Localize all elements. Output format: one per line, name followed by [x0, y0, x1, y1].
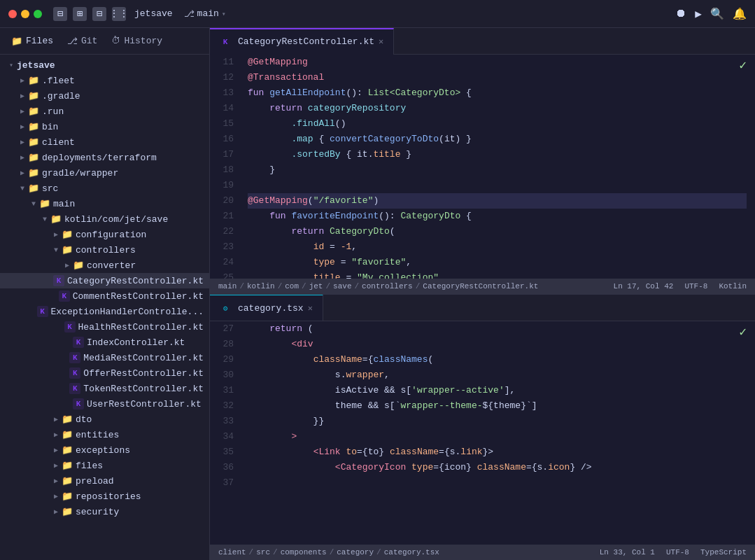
sidebar-right-toggle-icon[interactable]: ⊟ — [92, 7, 106, 21]
bottom-lang: TypeScript — [700, 548, 747, 556]
panel-toggle-icon[interactable]: ⊞ — [73, 7, 87, 21]
folder-icon: 📁 — [28, 106, 39, 117]
close-button[interactable] — [8, 10, 17, 18]
top-ln-col: Ln 17, Col 42 — [614, 282, 674, 290]
code-line: className={classNames( — [248, 352, 747, 368]
code-line: @Transactional — [248, 70, 747, 85]
tree-item[interactable]: K ExceptionHandlerControlle... — [0, 304, 209, 319]
tree-item[interactable]: ▶ 📁 .run — [0, 104, 209, 119]
code-line: }} — [248, 414, 747, 429]
breadcrumb-item: category — [337, 548, 374, 556]
tab-files[interactable]: 📁 Files — [6, 33, 59, 50]
tree-item[interactable]: K CommentRestController.kt — [0, 288, 209, 304]
tree-item[interactable]: K UserRestController.kt — [0, 396, 209, 412]
editor-area: K CategoryRestController.kt ✕ 1112131415… — [210, 28, 755, 560]
bottom-status-bar: client / src / components / category / c… — [210, 545, 755, 560]
tree-item[interactable]: ▶ 📁 security — [0, 504, 209, 519]
sidebar-toggle-icon[interactable]: ⊟ — [53, 7, 67, 21]
tree-item[interactable]: K HealthRestController.kt — [0, 319, 209, 335]
code-line: id = -1, — [248, 239, 747, 255]
line-number: 28 — [213, 337, 234, 352]
code-line: fun favoriteEndpoint(): CategoryDto { — [248, 209, 747, 224]
tree-item[interactable]: ▶ 📁 repositories — [0, 489, 209, 504]
tree-arrow: ▼ — [50, 246, 62, 254]
tab-category-tsx[interactable]: ⚙ category.tsx ✕ — [210, 295, 323, 321]
tree-project-root[interactable]: ▾jetsave — [0, 57, 209, 73]
run-icon[interactable]: ▶ — [695, 7, 702, 21]
kt-icon: K — [73, 398, 84, 410]
folder-icon: 📁 — [28, 90, 39, 102]
tree-item[interactable]: ▶ 📁 .fleet — [0, 73, 209, 88]
tree-item[interactable]: ▶ 📁 configuration — [0, 227, 209, 242]
tree-item[interactable]: ▶ 📁 files — [0, 458, 209, 473]
folder-icon: 📁 — [28, 167, 39, 178]
tree-item-label: controllers — [76, 245, 136, 255]
tree-item[interactable]: ▶ 📁 client — [0, 134, 209, 150]
folder-icon: 📁 — [62, 506, 73, 517]
kt-file-icon: K — [220, 36, 231, 48]
code-line: .map { convertCategoryToDto(it) } — [248, 132, 747, 147]
tree-item-label: exceptions — [76, 445, 130, 456]
tree-item-label: ExceptionHandlerControlle... — [51, 307, 204, 317]
tree-item[interactable]: ▶ 📁 converter — [0, 258, 209, 273]
tab-history[interactable]: ⏱ History — [106, 33, 168, 49]
traffic-lights — [8, 10, 42, 18]
tab-category-controller[interactable]: K CategoryRestController.kt ✕ — [210, 28, 394, 55]
breadcrumb-separator: / — [302, 282, 306, 290]
folder-icon: 📁 — [62, 475, 73, 486]
bell-icon[interactable]: 🔔 — [733, 7, 747, 21]
tree-item[interactable]: ▼ 📁 kotlin/com/jet/save — [0, 211, 209, 227]
folder-icon: 📁 — [50, 214, 62, 225]
tree-item[interactable]: ▶ 📁 .gradle — [0, 88, 209, 104]
tree-item[interactable]: ▶ 📁 gradle/wrapper — [0, 165, 209, 181]
tree-item-label: OfferRestController.kt — [83, 368, 204, 379]
record-icon[interactable]: ⏺ — [675, 7, 686, 20]
top-editor-content: 1112131415161718192021222324252627 @GetM… — [210, 55, 755, 279]
breadcrumb-separator: / — [354, 282, 359, 290]
line-number: 20 — [213, 193, 234, 209]
tree-item[interactable]: ▶ 📁 preload — [0, 473, 209, 489]
tree-item[interactable]: K IndexController.kt — [0, 335, 209, 350]
code-line: return ( — [248, 321, 747, 337]
line-number: 11 — [213, 55, 234, 70]
top-tab-close-icon[interactable]: ✕ — [379, 36, 383, 47]
tree-item[interactable]: ▼ 📁 controllers — [0, 242, 209, 258]
tree-arrow: ▶ — [50, 430, 62, 439]
bottom-encoding: UTF-8 — [666, 548, 689, 556]
search-icon[interactable]: 🔍 — [710, 7, 724, 21]
tree-item-label: dto — [76, 414, 92, 425]
breadcrumb-item: components — [281, 548, 327, 556]
top-code-area[interactable]: @GetMapping@Transactionalfun getAllEndpo… — [239, 55, 755, 279]
tree-item[interactable]: K OfferRestController.kt — [0, 365, 209, 381]
tree-arrow: ▶ — [50, 507, 62, 516]
folder-icon: 📁 — [62, 414, 73, 425]
breadcrumb-separator: / — [376, 548, 381, 556]
kt-icon: K — [37, 306, 48, 317]
line-number: 29 — [213, 352, 234, 368]
tree-item[interactable]: K MediaRestController.kt — [0, 350, 209, 365]
chevron-down-icon: ▾ — [222, 10, 226, 18]
tree-item[interactable]: ▶ 📁 deployments/terraform — [0, 150, 209, 165]
tree-arrow: ▶ — [50, 477, 62, 485]
tree-item-label: .gradle — [42, 91, 80, 102]
branch-selector[interactable]: ⎇ main ▾ — [184, 8, 226, 20]
bottom-code-area[interactable]: return ( <div className={classNames( s.w… — [239, 321, 755, 545]
tree-item[interactable]: ▼ 📁 main — [0, 196, 209, 211]
tab-git[interactable]: ⎇ Git — [62, 33, 103, 50]
tree-item[interactable]: K CategoryRestController.kt — [0, 273, 209, 288]
grid-icon[interactable]: ⋮⋮ — [112, 7, 126, 21]
code-line — [248, 178, 747, 193]
tree-item[interactable]: ▶ 📁 entities — [0, 427, 209, 442]
tree-item[interactable]: ▶ 📁 bin — [0, 119, 209, 134]
tree-item[interactable]: K TokenRestController.kt — [0, 381, 209, 396]
tree-item[interactable]: ▶ 📁 exceptions — [0, 442, 209, 458]
line-number: 23 — [213, 239, 234, 255]
maximize-button[interactable] — [34, 10, 42, 18]
tree-item[interactable]: ▶ 📁 dto — [0, 412, 209, 427]
top-status-right: Ln 17, Col 42 UTF-8 Kotlin — [614, 282, 747, 290]
tree-item[interactable]: ▼ 📁 src — [0, 181, 209, 196]
folder-icon: 📁 — [28, 75, 39, 86]
minimize-button[interactable] — [21, 10, 29, 18]
bottom-tab-close-icon[interactable]: ✕ — [308, 303, 313, 314]
bottom-status-right: Ln 33, Col 1 UTF-8 TypeScript — [600, 548, 747, 556]
